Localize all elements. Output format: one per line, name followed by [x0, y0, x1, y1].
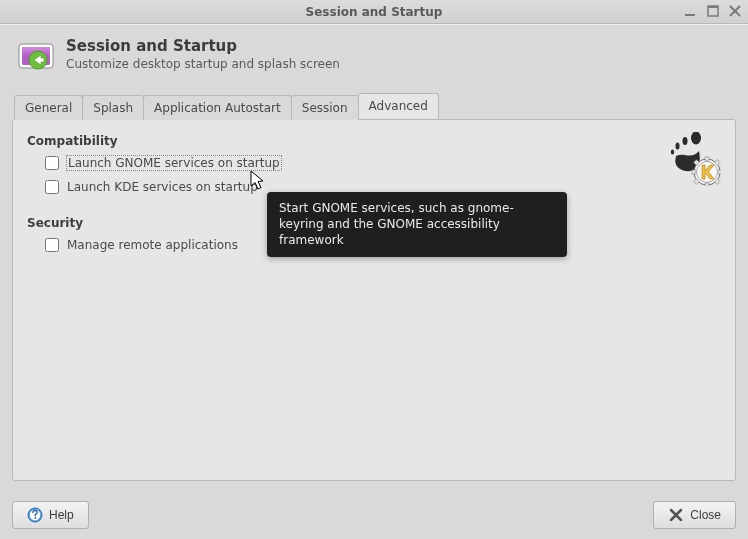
- gnome-services-checkbox[interactable]: [45, 156, 59, 170]
- window-body: Session and Startup Customize desktop st…: [0, 24, 748, 539]
- close-button-label: Close: [690, 508, 721, 522]
- page-subtitle: Customize desktop startup and splash scr…: [66, 57, 340, 71]
- window-maximize-icon[interactable]: [706, 4, 720, 18]
- svg-point-26: [34, 517, 36, 519]
- session-startup-icon: [16, 39, 56, 79]
- svg-rect-18: [718, 170, 721, 174]
- gnome-services-row: Launch GNOME services on startup: [45, 156, 721, 170]
- gnome-services-label[interactable]: Launch GNOME services on startup: [67, 156, 281, 170]
- dialog-header: Session and Startup Customize desktop st…: [0, 25, 748, 93]
- compatibility-title: Compatibility: [27, 134, 721, 148]
- tab-advanced[interactable]: Advanced: [358, 93, 439, 119]
- remote-apps-label[interactable]: Manage remote applications: [67, 238, 238, 252]
- help-icon: [27, 507, 43, 523]
- svg-point-12: [676, 143, 680, 150]
- window-title: Session and Startup: [0, 5, 748, 19]
- action-bar: Help Close: [0, 491, 748, 539]
- tab-splash[interactable]: Splash: [82, 95, 144, 120]
- kde-services-checkbox[interactable]: [45, 180, 59, 194]
- tooltip: Start GNOME services, such as gnome-keyr…: [267, 192, 567, 257]
- page-title: Session and Startup: [66, 37, 340, 55]
- window-minimize-icon[interactable]: [684, 4, 698, 18]
- close-button[interactable]: Close: [653, 501, 736, 529]
- svg-rect-17: [692, 170, 696, 174]
- notebook: General Splash Application Autostart Ses…: [12, 93, 736, 481]
- tab-strip: General Splash Application Autostart Ses…: [12, 93, 736, 119]
- help-button-label: Help: [49, 508, 74, 522]
- svg-rect-0: [685, 14, 695, 16]
- tab-general[interactable]: General: [14, 95, 83, 120]
- svg-point-11: [683, 137, 688, 145]
- svg-point-10: [691, 132, 701, 145]
- close-icon: [668, 507, 684, 523]
- tab-session[interactable]: Session: [291, 95, 359, 120]
- kde-services-label[interactable]: Launch KDE services on startup: [67, 180, 258, 194]
- section-compatibility: Compatibility Launch GNOME services on s…: [27, 134, 721, 194]
- titlebar: Session and Startup: [0, 0, 748, 24]
- tab-page-advanced: Compatibility Launch GNOME services on s…: [12, 119, 736, 481]
- tab-application-autostart[interactable]: Application Autostart: [143, 95, 292, 120]
- svg-point-13: [671, 149, 674, 154]
- remote-apps-checkbox[interactable]: [45, 238, 59, 252]
- help-button[interactable]: Help: [12, 501, 89, 529]
- window-close-icon[interactable]: [728, 4, 742, 18]
